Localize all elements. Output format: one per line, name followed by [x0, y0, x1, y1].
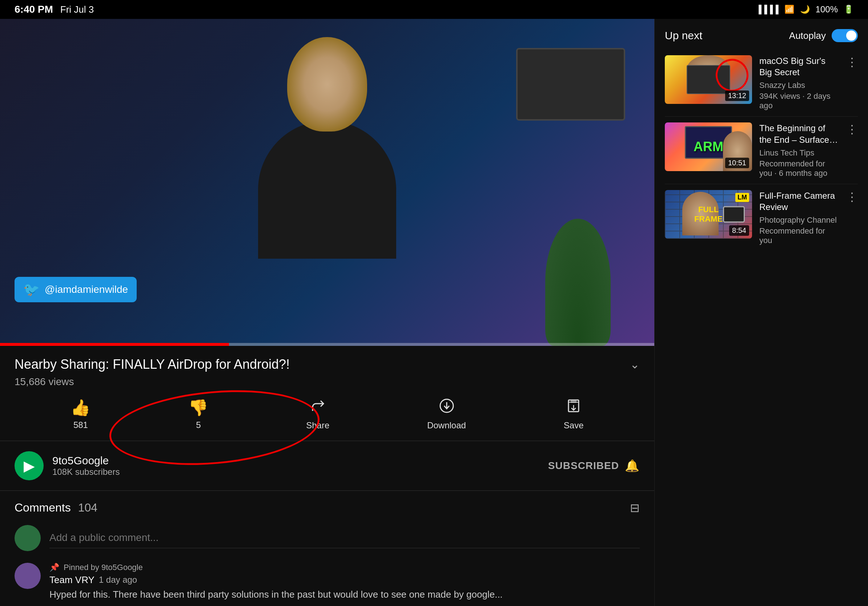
comment-author-row: Team VRY 1 day ago — [50, 574, 640, 586]
like-count: 581 — [73, 420, 88, 430]
channel-info: 9to5Google 108K subscribers — [52, 454, 548, 477]
save-label: Save — [564, 420, 584, 431]
channel-subscribers: 108K subscribers — [52, 467, 548, 477]
video-more-icon-2[interactable]: ⋮ — [846, 122, 858, 136]
moon-icon: 🌙 — [800, 5, 810, 14]
channel-avatar-icon: ▶ — [23, 458, 35, 474]
dislike-button[interactable]: 👎 5 — [188, 398, 208, 430]
comments-filter-icon[interactable]: ⊟ — [630, 501, 640, 515]
channel-row: ▶ 9to5Google 108K subscribers SUBSCRIBED… — [0, 441, 654, 491]
autoplay-label: Autoplay — [789, 30, 826, 42]
comments-title: Comments — [14, 501, 71, 515]
video-card-2[interactable]: ARM 10:51 The Beginning of the End – Sur… — [655, 117, 868, 184]
autoplay-toggle[interactable] — [832, 29, 858, 42]
save-button[interactable]: Save — [564, 398, 584, 431]
video-card-1[interactable]: 13:12 macOS Big Sur's Big Secret Snazzy … — [655, 49, 868, 116]
video-duration-3: 8:54 — [729, 225, 749, 236]
status-bar: 6:40 PM Fri Jul 3 ▐▐▐▐ 📶 🌙 100% 🔋 — [0, 0, 868, 19]
thumbnail-2: ARM 10:51 — [665, 122, 752, 171]
video-card-info-3: Full-Frame Camera Review Photography Cha… — [760, 190, 839, 245]
video-more-icon-3[interactable]: ⋮ — [846, 190, 858, 204]
comment-author: Team VRY — [50, 574, 95, 586]
pin-icon: 📌 — [50, 563, 59, 572]
wifi-icon: 📶 — [784, 5, 794, 14]
video-card-title-3: Full-Frame Camera Review — [760, 190, 839, 213]
dislike-count: 5 — [196, 420, 201, 430]
right-panel: Up next Autoplay 13:12 macOS Big Sur's B… — [654, 19, 868, 606]
download-button[interactable]: Download — [427, 398, 466, 431]
status-time: 6:40 PM — [14, 4, 53, 15]
comments-title-row: Comments 104 — [14, 501, 98, 515]
thumbnail-1: 13:12 — [665, 55, 752, 104]
channel-avatar: ▶ — [14, 451, 43, 480]
video-more-icon-1[interactable]: ⋮ — [846, 55, 858, 69]
video-background: 🐦 @iamdamienwilde — [0, 19, 654, 346]
left-panel: 🐦 @iamdamienwilde Nearby Sharing: FINALL… — [0, 19, 654, 606]
video-views: 15,686 views — [14, 376, 640, 388]
up-next-title: Up next — [665, 29, 702, 42]
progress-bar-fill — [0, 343, 229, 346]
thumb-fullframe-text: FULLFRAME — [694, 205, 722, 224]
background-monitor — [516, 48, 625, 121]
comment-avatar — [14, 563, 41, 589]
up-next-header: Up next Autoplay — [655, 19, 868, 49]
comment-input-row — [14, 525, 640, 551]
channel-name: 9to5Google — [52, 454, 548, 467]
twitter-bird-icon: 🐦 — [23, 282, 40, 297]
signal-icon: ▐▐▐▐ — [756, 5, 778, 14]
comment-meta: 📌 Pinned by 9to5Google — [50, 563, 640, 572]
save-icon — [566, 398, 581, 417]
head — [287, 37, 367, 131]
download-label: Download — [427, 420, 466, 431]
main-layout: 🐦 @iamdamienwilde Nearby Sharing: FINALL… — [0, 19, 868, 606]
comments-header: Comments 104 ⊟ — [14, 501, 640, 515]
thumbs-down-icon: 👎 — [188, 398, 208, 417]
current-user-avatar — [14, 525, 41, 551]
video-card-meta-1: 394K views · 2 days ago — [760, 91, 839, 110]
comment-item: 📌 Pinned by 9to5Google Team VRY 1 day ag… — [14, 563, 640, 601]
video-card-title-2: The Beginning of the End – Surface Pro X… — [760, 122, 839, 145]
battery-level: 100% — [816, 5, 838, 14]
comment-text: Hyped for this. There have been third pa… — [50, 588, 640, 601]
chevron-down-icon[interactable]: ⌄ — [630, 357, 640, 371]
bell-icon: 🔔 — [625, 459, 640, 473]
comments-section: Comments 104 ⊟ 📌 Pinned by 9to5Google — [0, 491, 654, 606]
pinned-label: Pinned by 9to5Google — [64, 563, 143, 572]
like-button[interactable]: 👍 581 — [71, 398, 90, 430]
status-left: 6:40 PM Fri Jul 3 — [14, 4, 94, 15]
video-card-3[interactable]: FULLFRAME LM 8:54 Full-Frame Camera Revi… — [655, 184, 868, 251]
body — [258, 121, 396, 259]
download-icon — [439, 398, 455, 417]
share-label: Share — [306, 420, 329, 431]
video-player[interactable]: 🐦 @iamdamienwilde — [0, 19, 654, 346]
comment-input[interactable] — [50, 527, 640, 548]
share-button[interactable]: Share — [306, 398, 329, 431]
video-title: Nearby Sharing: FINALLY AirDrop for Andr… — [14, 356, 290, 373]
subscribe-label: SUBSCRIBED — [548, 460, 619, 472]
share-icon — [310, 398, 326, 417]
progress-bar-container[interactable] — [0, 343, 654, 346]
svg-rect-2 — [571, 400, 577, 403]
video-title-row: Nearby Sharing: FINALLY AirDrop for Andr… — [14, 356, 640, 373]
thumb-laptop — [687, 65, 730, 94]
person-silhouette — [236, 37, 418, 291]
thumbs-up-icon: 👍 — [71, 398, 90, 417]
background-plant — [545, 219, 611, 346]
video-card-channel-3: Photography Channel — [760, 215, 839, 225]
action-buttons-row: 👍 581 👎 5 Share — [0, 388, 654, 441]
comments-count: 104 — [78, 501, 98, 515]
thumbnail-3: FULLFRAME LM 8:54 — [665, 190, 752, 239]
video-card-info-1: macOS Big Sur's Big Secret Snazzy Labs 3… — [760, 55, 839, 110]
comment-content: 📌 Pinned by 9to5Google Team VRY 1 day ag… — [50, 563, 640, 601]
twitter-badge: 🐦 @iamdamienwilde — [14, 277, 137, 302]
comment-time: 1 day ago — [99, 575, 137, 585]
video-card-title-1: macOS Big Sur's Big Secret — [760, 55, 839, 78]
status-date: Fri Jul 3 — [60, 4, 94, 15]
subscribe-button[interactable]: SUBSCRIBED 🔔 — [548, 459, 640, 473]
video-info: Nearby Sharing: FINALLY AirDrop for Andr… — [0, 346, 654, 388]
video-card-meta-2: Recommended for you · 6 months ago — [760, 159, 839, 178]
thumb-arm-text: ARM — [693, 139, 723, 155]
video-card-channel-1: Snazzy Labs — [760, 80, 839, 90]
video-duration-2: 10:51 — [725, 158, 749, 168]
status-right: ▐▐▐▐ 📶 🌙 100% 🔋 — [756, 5, 854, 14]
